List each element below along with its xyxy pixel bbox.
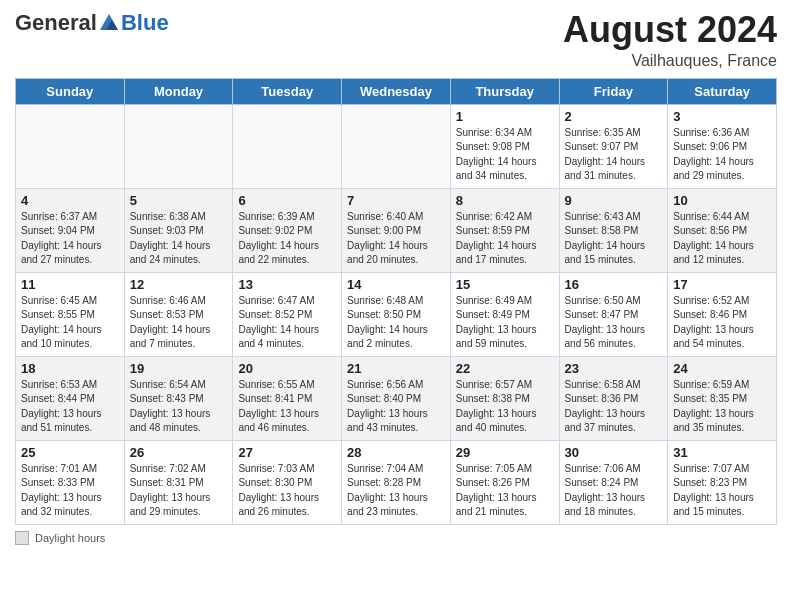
calendar-cell: 9Sunrise: 6:43 AM Sunset: 8:58 PM Daylig… [559,188,668,272]
day-number: 14 [347,277,445,292]
calendar-cell: 3Sunrise: 6:36 AM Sunset: 9:06 PM Daylig… [668,104,777,188]
day-info: Sunrise: 6:50 AM Sunset: 8:47 PM Dayligh… [565,294,663,352]
logo-icon [98,12,120,34]
calendar-cell: 24Sunrise: 6:59 AM Sunset: 8:35 PM Dayli… [668,356,777,440]
day-number: 30 [565,445,663,460]
calendar-cell: 5Sunrise: 6:38 AM Sunset: 9:03 PM Daylig… [124,188,233,272]
calendar-cell: 10Sunrise: 6:44 AM Sunset: 8:56 PM Dayli… [668,188,777,272]
day-number: 11 [21,277,119,292]
day-info: Sunrise: 6:49 AM Sunset: 8:49 PM Dayligh… [456,294,554,352]
day-number: 2 [565,109,663,124]
calendar-cell: 1Sunrise: 6:34 AM Sunset: 9:08 PM Daylig… [450,104,559,188]
day-number: 22 [456,361,554,376]
col-header-friday: Friday [559,78,668,104]
day-number: 4 [21,193,119,208]
day-number: 15 [456,277,554,292]
day-info: Sunrise: 6:42 AM Sunset: 8:59 PM Dayligh… [456,210,554,268]
day-info: Sunrise: 6:39 AM Sunset: 9:02 PM Dayligh… [238,210,336,268]
header: General Blue August 2024 Vailhauques, Fr… [15,10,777,70]
day-number: 9 [565,193,663,208]
calendar-cell: 27Sunrise: 7:03 AM Sunset: 8:30 PM Dayli… [233,440,342,524]
calendar-cell: 29Sunrise: 7:05 AM Sunset: 8:26 PM Dayli… [450,440,559,524]
calendar-cell: 6Sunrise: 6:39 AM Sunset: 9:02 PM Daylig… [233,188,342,272]
day-info: Sunrise: 6:59 AM Sunset: 8:35 PM Dayligh… [673,378,771,436]
col-header-wednesday: Wednesday [342,78,451,104]
day-info: Sunrise: 6:37 AM Sunset: 9:04 PM Dayligh… [21,210,119,268]
calendar-cell: 8Sunrise: 6:42 AM Sunset: 8:59 PM Daylig… [450,188,559,272]
col-header-thursday: Thursday [450,78,559,104]
day-number: 12 [130,277,228,292]
calendar-cell: 15Sunrise: 6:49 AM Sunset: 8:49 PM Dayli… [450,272,559,356]
day-number: 5 [130,193,228,208]
day-info: Sunrise: 6:55 AM Sunset: 8:41 PM Dayligh… [238,378,336,436]
calendar-cell [342,104,451,188]
day-info: Sunrise: 6:35 AM Sunset: 9:07 PM Dayligh… [565,126,663,184]
calendar-cell: 7Sunrise: 6:40 AM Sunset: 9:00 PM Daylig… [342,188,451,272]
calendar-cell: 31Sunrise: 7:07 AM Sunset: 8:23 PM Dayli… [668,440,777,524]
day-number: 24 [673,361,771,376]
day-info: Sunrise: 6:45 AM Sunset: 8:55 PM Dayligh… [21,294,119,352]
calendar-cell [124,104,233,188]
calendar-cell: 19Sunrise: 6:54 AM Sunset: 8:43 PM Dayli… [124,356,233,440]
day-info: Sunrise: 6:44 AM Sunset: 8:56 PM Dayligh… [673,210,771,268]
day-info: Sunrise: 7:04 AM Sunset: 8:28 PM Dayligh… [347,462,445,520]
calendar-cell: 14Sunrise: 6:48 AM Sunset: 8:50 PM Dayli… [342,272,451,356]
day-number: 20 [238,361,336,376]
calendar-cell: 20Sunrise: 6:55 AM Sunset: 8:41 PM Dayli… [233,356,342,440]
calendar-table: SundayMondayTuesdayWednesdayThursdayFrid… [15,78,777,525]
calendar-cell: 4Sunrise: 6:37 AM Sunset: 9:04 PM Daylig… [16,188,125,272]
calendar-cell: 23Sunrise: 6:58 AM Sunset: 8:36 PM Dayli… [559,356,668,440]
day-info: Sunrise: 6:52 AM Sunset: 8:46 PM Dayligh… [673,294,771,352]
day-info: Sunrise: 7:02 AM Sunset: 8:31 PM Dayligh… [130,462,228,520]
logo: General Blue [15,10,169,36]
day-number: 26 [130,445,228,460]
day-number: 1 [456,109,554,124]
day-info: Sunrise: 7:06 AM Sunset: 8:24 PM Dayligh… [565,462,663,520]
logo-text: General Blue [15,10,169,36]
day-number: 16 [565,277,663,292]
day-number: 7 [347,193,445,208]
calendar-cell: 25Sunrise: 7:01 AM Sunset: 8:33 PM Dayli… [16,440,125,524]
day-number: 18 [21,361,119,376]
calendar-cell: 28Sunrise: 7:04 AM Sunset: 8:28 PM Dayli… [342,440,451,524]
day-info: Sunrise: 7:07 AM Sunset: 8:23 PM Dayligh… [673,462,771,520]
day-number: 27 [238,445,336,460]
calendar-cell: 12Sunrise: 6:46 AM Sunset: 8:53 PM Dayli… [124,272,233,356]
col-header-sunday: Sunday [16,78,125,104]
day-info: Sunrise: 6:36 AM Sunset: 9:06 PM Dayligh… [673,126,771,184]
day-number: 31 [673,445,771,460]
week-row-5: 25Sunrise: 7:01 AM Sunset: 8:33 PM Dayli… [16,440,777,524]
legend-label: Daylight hours [35,532,105,544]
day-number: 28 [347,445,445,460]
calendar-cell: 13Sunrise: 6:47 AM Sunset: 8:52 PM Dayli… [233,272,342,356]
col-header-tuesday: Tuesday [233,78,342,104]
day-number: 21 [347,361,445,376]
day-info: Sunrise: 6:58 AM Sunset: 8:36 PM Dayligh… [565,378,663,436]
calendar-cell: 17Sunrise: 6:52 AM Sunset: 8:46 PM Dayli… [668,272,777,356]
week-row-1: 1Sunrise: 6:34 AM Sunset: 9:08 PM Daylig… [16,104,777,188]
legend-box [15,531,29,545]
main-title: August 2024 [563,10,777,50]
calendar-cell: 11Sunrise: 6:45 AM Sunset: 8:55 PM Dayli… [16,272,125,356]
day-number: 8 [456,193,554,208]
day-info: Sunrise: 6:53 AM Sunset: 8:44 PM Dayligh… [21,378,119,436]
day-info: Sunrise: 6:47 AM Sunset: 8:52 PM Dayligh… [238,294,336,352]
day-info: Sunrise: 6:56 AM Sunset: 8:40 PM Dayligh… [347,378,445,436]
calendar-cell: 2Sunrise: 6:35 AM Sunset: 9:07 PM Daylig… [559,104,668,188]
calendar-cell: 30Sunrise: 7:06 AM Sunset: 8:24 PM Dayli… [559,440,668,524]
day-number: 10 [673,193,771,208]
day-number: 19 [130,361,228,376]
day-info: Sunrise: 6:40 AM Sunset: 9:00 PM Dayligh… [347,210,445,268]
day-info: Sunrise: 7:01 AM Sunset: 8:33 PM Dayligh… [21,462,119,520]
day-info: Sunrise: 6:38 AM Sunset: 9:03 PM Dayligh… [130,210,228,268]
day-info: Sunrise: 6:43 AM Sunset: 8:58 PM Dayligh… [565,210,663,268]
logo-general-text: General [15,10,97,36]
day-info: Sunrise: 7:03 AM Sunset: 8:30 PM Dayligh… [238,462,336,520]
day-info: Sunrise: 6:46 AM Sunset: 8:53 PM Dayligh… [130,294,228,352]
calendar-cell [233,104,342,188]
col-header-saturday: Saturday [668,78,777,104]
calendar-cell: 18Sunrise: 6:53 AM Sunset: 8:44 PM Dayli… [16,356,125,440]
header-row: SundayMondayTuesdayWednesdayThursdayFrid… [16,78,777,104]
day-info: Sunrise: 6:54 AM Sunset: 8:43 PM Dayligh… [130,378,228,436]
day-number: 3 [673,109,771,124]
